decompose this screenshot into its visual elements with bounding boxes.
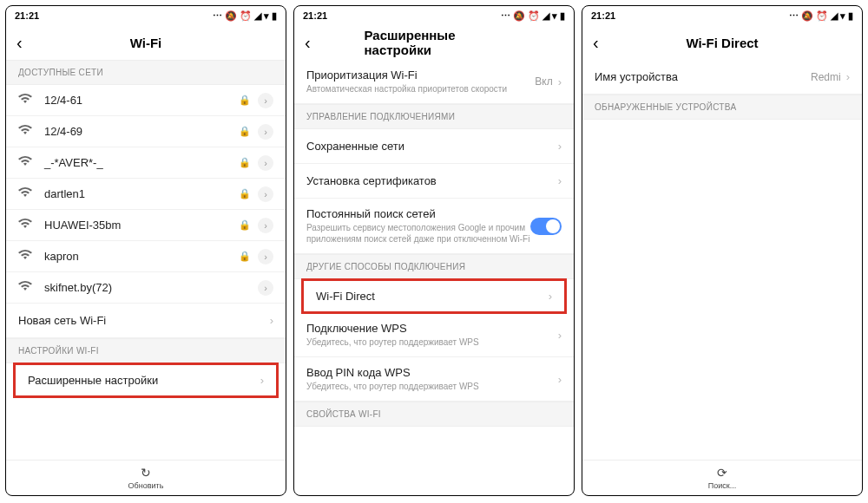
battery-icon: ▮: [272, 10, 277, 22]
battery-icon: ▮: [560, 10, 565, 22]
advanced-settings-item[interactable]: Расширенные настройки ›: [13, 363, 279, 398]
item-title: Подключение WPS: [306, 322, 558, 335]
status-icons: ⋯ 🔕 ⏰ ◢ ▾ ▮: [501, 10, 565, 22]
section-available-networks: ДОСТУПНЫЕ СЕТИ: [6, 60, 286, 85]
status-bar: 21:21 ⋯ 🔕 ⏰ ◢ ▾ ▮: [294, 6, 574, 25]
wifi-icon: [18, 281, 34, 294]
alarm-icon: ⏰: [528, 10, 540, 22]
mute-icon: 🔕: [225, 10, 237, 22]
more-icon: ⋯: [501, 10, 510, 22]
section-discovered-devices: ОБНАРУЖЕННЫЕ УСТРОЙСТВА: [582, 95, 862, 120]
status-time: 21:21: [15, 10, 39, 21]
more-icon: ⋯: [789, 10, 799, 22]
item-subtitle: Убедитесь, что роутер поддерживает WPS: [306, 336, 558, 348]
chevron-icon[interactable]: ›: [258, 218, 273, 233]
mute-icon: 🔕: [801, 10, 813, 22]
chevron-icon[interactable]: ›: [258, 155, 273, 171]
item-subtitle: Убедитесь, что роутер поддерживает WPS: [306, 381, 558, 392]
wifi-network-item[interactable]: dartlen1 🔒 ›: [6, 179, 286, 210]
refresh-label: Обновить: [128, 481, 164, 490]
status-time: 21:21: [303, 10, 327, 21]
section-wifi-props: СВОЙСТВА WI-FI: [294, 402, 574, 427]
status-icons: ⋯ 🔕 ⏰ ◢ ▾ ▮: [789, 10, 853, 22]
wps-pin-item[interactable]: Ввод PIN кода WPS Убедитесь, что роутер …: [294, 357, 574, 402]
wifi-network-item[interactable]: skifnet.by(72) ›: [6, 272, 286, 304]
item-title: Ввод PIN кода WPS: [306, 366, 558, 379]
wifi-network-item[interactable]: 12/4-61 🔒 ›: [6, 85, 286, 116]
network-name: _-*AVER*-_: [44, 156, 239, 169]
wifi-network-item[interactable]: kapron 🔒 ›: [6, 241, 286, 272]
item-content: Постоянный поиск сетей Разрешить сервису…: [306, 207, 530, 245]
lock-icon: 🔒: [239, 157, 251, 168]
wps-connect-item[interactable]: Подключение WPS Убедитесь, что роутер по…: [294, 313, 574, 357]
item-title: Постоянный поиск сетей: [306, 207, 530, 220]
wifi-icon: [18, 187, 34, 200]
section-other-methods: ДРУГИЕ СПОСОБЫ ПОДКЛЮЧЕНИЯ: [294, 254, 574, 279]
phone-screen-3: 21:21 ⋯ 🔕 ⏰ ◢ ▾ ▮ ‹ Wi-Fi Direct Имя уст…: [582, 5, 863, 496]
item-content: Подключение WPS Убедитесь, что роутер по…: [306, 322, 558, 348]
scroll-area[interactable]: ДОСТУПНЫЕ СЕТИ 12/4-61 🔒 › 12/4-69 🔒 › _…: [6, 60, 286, 460]
alarm-icon: ⏰: [816, 10, 828, 22]
search-label: Поиск...: [708, 481, 736, 490]
page-title: Wi-Fi: [130, 36, 162, 50]
item-title: Приоритизация Wi-Fi: [306, 69, 535, 82]
more-icon: ⋯: [213, 10, 222, 22]
wifi-network-item[interactable]: HUAWEI-35bm 🔒 ›: [6, 210, 286, 241]
install-certs-item[interactable]: Установка сертификатов ›: [294, 164, 574, 199]
wifi-network-item[interactable]: _-*AVER*-_ 🔒 ›: [6, 147, 286, 179]
chevron-icon: ›: [846, 70, 850, 83]
back-button[interactable]: ‹: [593, 33, 610, 53]
chevron-icon: ›: [558, 329, 562, 342]
network-name: HUAWEI-35bm: [44, 219, 239, 232]
saved-networks-item[interactable]: Сохраненные сети ›: [294, 129, 574, 164]
status-bar: 21:21 ⋯ 🔕 ⏰ ◢ ▾ ▮: [6, 6, 286, 25]
chevron-icon[interactable]: ›: [258, 280, 273, 296]
header: ‹ Wi-Fi Direct: [582, 25, 862, 60]
chevron-icon: ›: [558, 373, 562, 386]
chevron-icon: ›: [270, 314, 273, 327]
priority-item[interactable]: Приоритизация Wi-Fi Автоматическая настр…: [294, 60, 574, 104]
device-name-item[interactable]: Имя устройства Redmi ›: [582, 60, 862, 95]
wifi-direct-item[interactable]: Wi-Fi Direct ›: [301, 278, 567, 314]
item-value: Redmi: [811, 71, 841, 83]
back-button[interactable]: ‹: [305, 33, 322, 53]
chevron-icon[interactable]: ›: [258, 186, 273, 202]
battery-icon: ▮: [848, 10, 853, 22]
always-scan-item[interactable]: Постоянный поиск сетей Разрешить сервису…: [294, 199, 574, 254]
item-label: Сохраненные сети: [306, 140, 558, 153]
chevron-icon[interactable]: ›: [258, 93, 273, 108]
section-connection-mgmt: УПРАВЛЕНИЕ ПОДКЛЮЧЕНИЯМИ: [294, 104, 574, 129]
scroll-area[interactable]: Имя устройства Redmi › ОБНАРУЖЕННЫЕ УСТР…: [582, 60, 862, 460]
wifi-icon: [18, 156, 34, 169]
bottom-bar: ↻ Обновить: [6, 460, 286, 495]
signal-icon: ◢: [254, 10, 261, 22]
back-button[interactable]: ‹: [16, 33, 34, 53]
item-label: Wi-Fi Direct: [316, 290, 549, 303]
item-subtitle: Разрешить сервису местоположения Google …: [306, 222, 530, 245]
search-icon[interactable]: ⟳: [717, 466, 727, 480]
chevron-icon[interactable]: ›: [258, 249, 273, 265]
new-network-item[interactable]: Новая сеть Wi-Fi ›: [6, 304, 286, 338]
item-value: Вкл: [535, 75, 552, 88]
item-content: Ввод PIN кода WPS Убедитесь, что роутер …: [306, 366, 558, 392]
chevron-icon: ›: [558, 140, 562, 153]
lock-icon: 🔒: [239, 251, 251, 262]
signal-icon: ◢: [542, 10, 549, 22]
page-title: Расширенные настройки: [365, 28, 504, 57]
phone-screen-1: 21:21 ⋯ 🔕 ⏰ ◢ ▾ ▮ ‹ Wi-Fi ДОСТУПНЫЕ СЕТИ…: [5, 5, 286, 496]
chevron-icon[interactable]: ›: [258, 124, 273, 140]
chevron-icon: ›: [558, 75, 562, 88]
refresh-icon[interactable]: ↻: [141, 466, 151, 480]
alarm-icon: ⏰: [240, 10, 252, 22]
lock-icon: 🔒: [239, 95, 251, 106]
lock-icon: 🔒: [239, 188, 251, 199]
status-bar: 21:21 ⋯ 🔕 ⏰ ◢ ▾ ▮: [582, 6, 862, 25]
wifi-network-item[interactable]: 12/4-69 🔒 ›: [6, 116, 286, 147]
item-label: Новая сеть Wi-Fi: [18, 314, 270, 327]
toggle-switch[interactable]: [530, 218, 562, 235]
wifi-icon: [18, 219, 34, 232]
phone-screen-2: 21:21 ⋯ 🔕 ⏰ ◢ ▾ ▮ ‹ Расширенные настройк…: [293, 5, 575, 496]
scroll-area[interactable]: Приоритизация Wi-Fi Автоматическая настр…: [294, 60, 574, 495]
bottom-bar: ⟳ Поиск...: [582, 460, 862, 495]
chevron-icon: ›: [558, 174, 562, 187]
